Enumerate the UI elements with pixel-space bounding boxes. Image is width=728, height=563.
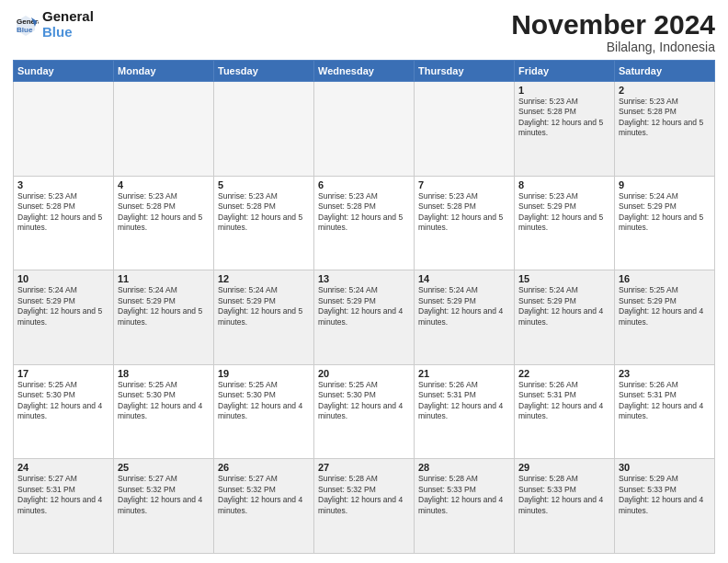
day-info: Sunrise: 5:26 AMSunset: 5:31 PMDaylight:… <box>518 380 610 422</box>
table-row: 7Sunrise: 5:23 AMSunset: 5:28 PMDaylight… <box>415 176 515 270</box>
day-info: Sunrise: 5:23 AMSunset: 5:28 PMDaylight:… <box>619 97 711 139</box>
table-row: 4Sunrise: 5:23 AMSunset: 5:28 PMDaylight… <box>114 176 214 270</box>
table-row <box>114 82 214 177</box>
table-row <box>314 82 415 177</box>
day-info: Sunrise: 5:24 AMSunset: 5:29 PMDaylight:… <box>418 285 510 327</box>
svg-text:Blue: Blue <box>17 26 33 34</box>
table-row: 5Sunrise: 5:23 AMSunset: 5:28 PMDaylight… <box>214 176 314 270</box>
page: General Blue General Blue November 2024 … <box>0 0 728 563</box>
logo: General Blue General Blue <box>13 9 94 40</box>
logo-icon: General Blue <box>13 12 39 38</box>
table-row: 13Sunrise: 5:24 AMSunset: 5:29 PMDayligh… <box>314 270 415 365</box>
day-info: Sunrise: 5:23 AMSunset: 5:29 PMDaylight:… <box>518 191 610 234</box>
col-friday: Friday <box>515 61 615 82</box>
title-block: November 2024 Bilalang, Indonesia <box>511 9 715 54</box>
day-info: Sunrise: 5:23 AMSunset: 5:28 PMDaylight:… <box>218 191 310 234</box>
day-info: Sunrise: 5:23 AMSunset: 5:28 PMDaylight:… <box>17 191 109 234</box>
day-info: Sunrise: 5:25 AMSunset: 5:30 PMDaylight:… <box>118 380 210 422</box>
day-number: 16 <box>619 273 711 284</box>
table-row: 19Sunrise: 5:25 AMSunset: 5:30 PMDayligh… <box>214 364 314 459</box>
day-info: Sunrise: 5:28 AMSunset: 5:33 PMDaylight:… <box>418 474 510 516</box>
table-row: 9Sunrise: 5:24 AMSunset: 5:29 PMDaylight… <box>615 176 715 270</box>
col-sunday: Sunday <box>14 61 114 82</box>
day-number: 14 <box>418 273 510 284</box>
table-row: 28Sunrise: 5:28 AMSunset: 5:33 PMDayligh… <box>415 459 515 554</box>
table-row: 21Sunrise: 5:26 AMSunset: 5:31 PMDayligh… <box>415 364 515 459</box>
month-title: November 2024 <box>511 9 715 40</box>
table-row: 12Sunrise: 5:24 AMSunset: 5:29 PMDayligh… <box>214 270 314 365</box>
table-row: 26Sunrise: 5:27 AMSunset: 5:32 PMDayligh… <box>214 459 314 554</box>
day-info: Sunrise: 5:24 AMSunset: 5:29 PMDaylight:… <box>318 285 410 327</box>
day-info: Sunrise: 5:24 AMSunset: 5:29 PMDaylight:… <box>518 285 610 327</box>
table-row: 29Sunrise: 5:28 AMSunset: 5:33 PMDayligh… <box>515 459 615 554</box>
calendar-week-row: 24Sunrise: 5:27 AMSunset: 5:31 PMDayligh… <box>14 459 715 554</box>
table-row <box>214 82 314 177</box>
day-info: Sunrise: 5:27 AMSunset: 5:31 PMDaylight:… <box>17 474 109 516</box>
table-row: 1Sunrise: 5:23 AMSunset: 5:28 PMDaylight… <box>515 82 615 177</box>
table-row: 24Sunrise: 5:27 AMSunset: 5:31 PMDayligh… <box>14 459 114 554</box>
table-row: 2Sunrise: 5:23 AMSunset: 5:28 PMDaylight… <box>615 82 715 177</box>
location: Bilalang, Indonesia <box>511 40 715 54</box>
day-number: 10 <box>17 273 109 284</box>
table-row: 30Sunrise: 5:29 AMSunset: 5:33 PMDayligh… <box>615 459 715 554</box>
day-info: Sunrise: 5:27 AMSunset: 5:32 PMDaylight:… <box>218 474 310 516</box>
day-number: 15 <box>518 273 610 284</box>
day-info: Sunrise: 5:27 AMSunset: 5:32 PMDaylight:… <box>118 474 210 516</box>
day-info: Sunrise: 5:28 AMSunset: 5:33 PMDaylight:… <box>518 474 610 516</box>
day-number: 2 <box>619 85 711 96</box>
day-number: 20 <box>318 368 410 379</box>
day-number: 13 <box>318 273 410 284</box>
day-number: 3 <box>17 179 109 190</box>
day-info: Sunrise: 5:25 AMSunset: 5:30 PMDaylight:… <box>17 380 109 422</box>
day-number: 12 <box>218 273 310 284</box>
day-number: 23 <box>619 368 711 379</box>
day-info: Sunrise: 5:28 AMSunset: 5:32 PMDaylight:… <box>318 474 410 516</box>
day-number: 18 <box>118 368 210 379</box>
day-number: 6 <box>318 179 410 190</box>
day-number: 29 <box>518 462 610 473</box>
calendar-week-row: 10Sunrise: 5:24 AMSunset: 5:29 PMDayligh… <box>14 270 715 365</box>
table-row: 23Sunrise: 5:26 AMSunset: 5:31 PMDayligh… <box>615 364 715 459</box>
table-row: 3Sunrise: 5:23 AMSunset: 5:28 PMDaylight… <box>14 176 114 270</box>
table-row: 18Sunrise: 5:25 AMSunset: 5:30 PMDayligh… <box>114 364 214 459</box>
day-info: Sunrise: 5:23 AMSunset: 5:28 PMDaylight:… <box>318 191 410 234</box>
table-row: 20Sunrise: 5:25 AMSunset: 5:30 PMDayligh… <box>314 364 415 459</box>
table-row: 25Sunrise: 5:27 AMSunset: 5:32 PMDayligh… <box>114 459 214 554</box>
day-info: Sunrise: 5:23 AMSunset: 5:28 PMDaylight:… <box>418 191 510 234</box>
day-number: 24 <box>17 462 109 473</box>
day-info: Sunrise: 5:24 AMSunset: 5:29 PMDaylight:… <box>218 285 310 327</box>
table-row <box>14 82 114 177</box>
day-number: 21 <box>418 368 510 379</box>
day-info: Sunrise: 5:26 AMSunset: 5:31 PMDaylight:… <box>418 380 510 422</box>
day-number: 30 <box>619 462 711 473</box>
table-row: 6Sunrise: 5:23 AMSunset: 5:28 PMDaylight… <box>314 176 415 270</box>
calendar-week-row: 1Sunrise: 5:23 AMSunset: 5:28 PMDaylight… <box>14 82 715 177</box>
day-number: 26 <box>218 462 310 473</box>
calendar-header-row: Sunday Monday Tuesday Wednesday Thursday… <box>14 61 715 82</box>
table-row: 8Sunrise: 5:23 AMSunset: 5:29 PMDaylight… <box>515 176 615 270</box>
day-info: Sunrise: 5:23 AMSunset: 5:28 PMDaylight:… <box>518 97 610 139</box>
day-number: 11 <box>118 273 210 284</box>
day-number: 9 <box>619 179 711 190</box>
table-row: 11Sunrise: 5:24 AMSunset: 5:29 PMDayligh… <box>114 270 214 365</box>
calendar-table: Sunday Monday Tuesday Wednesday Thursday… <box>13 60 715 554</box>
logo-text: General Blue <box>42 9 94 40</box>
table-row: 10Sunrise: 5:24 AMSunset: 5:29 PMDayligh… <box>14 270 114 365</box>
day-info: Sunrise: 5:25 AMSunset: 5:30 PMDaylight:… <box>218 380 310 422</box>
day-number: 22 <box>518 368 610 379</box>
table-row: 27Sunrise: 5:28 AMSunset: 5:32 PMDayligh… <box>314 459 415 554</box>
day-number: 5 <box>218 179 310 190</box>
day-info: Sunrise: 5:29 AMSunset: 5:33 PMDaylight:… <box>619 474 711 516</box>
col-tuesday: Tuesday <box>214 61 314 82</box>
table-row: 22Sunrise: 5:26 AMSunset: 5:31 PMDayligh… <box>515 364 615 459</box>
col-saturday: Saturday <box>615 61 715 82</box>
day-number: 28 <box>418 462 510 473</box>
day-info: Sunrise: 5:24 AMSunset: 5:29 PMDaylight:… <box>619 191 711 234</box>
calendar-week-row: 17Sunrise: 5:25 AMSunset: 5:30 PMDayligh… <box>14 364 715 459</box>
col-wednesday: Wednesday <box>314 61 415 82</box>
day-info: Sunrise: 5:23 AMSunset: 5:28 PMDaylight:… <box>118 191 210 234</box>
table-row: 16Sunrise: 5:25 AMSunset: 5:29 PMDayligh… <box>615 270 715 365</box>
day-info: Sunrise: 5:26 AMSunset: 5:31 PMDaylight:… <box>619 380 711 422</box>
day-info: Sunrise: 5:25 AMSunset: 5:29 PMDaylight:… <box>619 285 711 327</box>
day-number: 1 <box>518 85 610 96</box>
